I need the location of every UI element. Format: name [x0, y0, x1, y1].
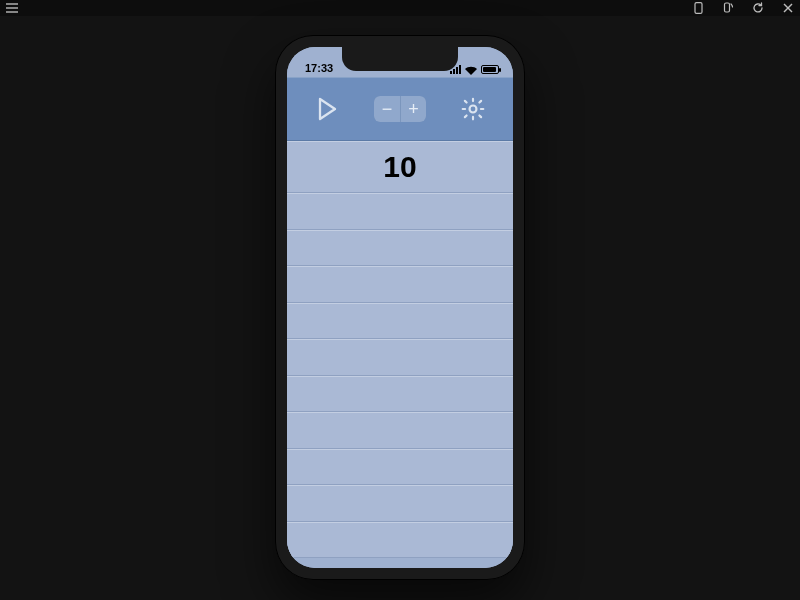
svg-rect-3 [695, 3, 702, 14]
device-icon[interactable] [692, 2, 704, 14]
ide-top-bar [0, 0, 800, 16]
list-row[interactable] [287, 230, 513, 267]
list-row[interactable] [287, 485, 513, 522]
list-row[interactable] [287, 412, 513, 449]
list-row[interactable] [287, 303, 513, 340]
wifi-icon [465, 65, 477, 74]
list-row[interactable] [287, 193, 513, 230]
count-stepper: − + [374, 96, 426, 122]
count-value: 10 [383, 150, 416, 184]
phone-screen: 17:33 − + [287, 47, 513, 568]
app-toolbar: − + [287, 77, 513, 141]
svg-point-7 [470, 106, 477, 113]
ide-bar-right [692, 2, 794, 14]
count-list[interactable]: 10 [287, 141, 513, 568]
list-row[interactable] [287, 522, 513, 559]
status-indicators [450, 65, 499, 74]
status-time: 17:33 [305, 62, 333, 74]
list-row[interactable] [287, 339, 513, 376]
svg-rect-4 [725, 3, 730, 12]
list-row[interactable] [287, 449, 513, 486]
battery-icon [481, 65, 499, 74]
ide-bar-left [6, 2, 18, 14]
phone-notch [342, 47, 458, 71]
close-icon[interactable] [782, 2, 794, 14]
rotate-device-icon[interactable] [722, 2, 734, 14]
list-row[interactable] [287, 266, 513, 303]
play-button[interactable] [312, 94, 342, 124]
menu-icon[interactable] [6, 2, 18, 14]
list-row[interactable] [287, 376, 513, 413]
stepper-plus-button[interactable]: + [400, 96, 426, 122]
phone-mock: 17:33 − + [275, 35, 525, 580]
reload-icon[interactable] [752, 2, 764, 14]
stepper-minus-button[interactable]: − [374, 96, 400, 122]
count-value-row[interactable]: 10 [287, 141, 513, 193]
settings-button[interactable] [458, 94, 488, 124]
